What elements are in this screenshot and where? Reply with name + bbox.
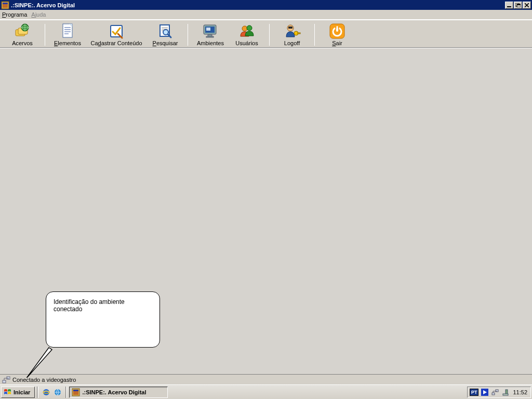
svg-rect-31	[288, 26, 292, 29]
toolbar-label: Cadastrar Conteúdo	[90, 40, 142, 46]
menu-ajuda[interactable]: Ajuda	[31, 11, 46, 18]
toolbar-label: Elementos	[54, 40, 81, 46]
ie-icon[interactable]	[42, 388, 51, 397]
taskbar-task-sinpe[interactable]: .:SINPE:. Acervo Digital	[69, 387, 168, 398]
app-icon	[72, 388, 80, 396]
task-label: .:SINPE:. Acervo Digital	[82, 389, 146, 395]
tray-play-icon[interactable]	[481, 388, 489, 396]
app-icon	[1, 1, 9, 9]
clock[interactable]: 11:52	[512, 389, 527, 395]
start-button[interactable]: Iniciar	[1, 387, 35, 398]
svg-marker-39	[26, 348, 52, 378]
svg-rect-2	[3, 3, 8, 4]
document-icon	[59, 22, 76, 40]
toolbar-separator	[269, 24, 270, 46]
toolbar-separator	[45, 24, 45, 46]
logoff-user-key-icon	[283, 22, 301, 40]
svg-rect-50	[492, 393, 495, 395]
toolbar-label: Usuários	[235, 40, 258, 46]
taskbar: Iniciar .:SINPE:. Acervo Digital PT	[0, 384, 532, 399]
minimize-button[interactable]	[505, 2, 513, 9]
toolbar-pesquisar[interactable]: Pesquisar	[147, 21, 183, 46]
toolbar-acervos[interactable]: Acervos	[4, 21, 41, 46]
window-controls	[504, 0, 532, 10]
toolbar-cadastrar-conteudo[interactable]: Cadastrar Conteúdo	[86, 21, 147, 46]
svg-rect-38	[337, 26, 338, 31]
annotation-tail	[25, 347, 56, 378]
system-tray: PT 11:52	[467, 387, 531, 398]
toolbar-logoff[interactable]: Logoff	[274, 21, 310, 46]
svg-rect-3	[507, 6, 511, 7]
browser-icon[interactable]	[53, 388, 62, 397]
start-label: Iniciar	[14, 389, 30, 395]
toolbar-label: Pesquisar	[153, 40, 178, 46]
toolbar-elementos[interactable]: Elementos	[49, 21, 86, 46]
power-icon	[328, 22, 346, 40]
tray-network-icon[interactable]	[491, 388, 499, 396]
folders-globe-icon	[14, 22, 31, 40]
client-area: Identificação do ambiente conectado	[0, 48, 532, 374]
monitor-icon	[202, 22, 219, 40]
register-check-icon	[108, 22, 125, 40]
svg-point-29	[247, 25, 252, 31]
toolbar-label: Ambientes	[197, 40, 224, 46]
toolbar: Acervos Elementos	[0, 20, 532, 48]
svg-rect-25	[206, 28, 210, 31]
windows-flag-icon	[4, 388, 12, 396]
toolbar-ambientes[interactable]: Ambientes	[192, 21, 229, 46]
svg-rect-10	[63, 24, 72, 37]
svg-rect-40	[3, 380, 6, 383]
svg-rect-6	[517, 4, 521, 5]
svg-line-22	[168, 34, 171, 37]
users-icon	[238, 22, 256, 40]
toolbar-separator	[314, 24, 315, 46]
svg-rect-33	[298, 33, 300, 34]
toolbar-label: Sair	[332, 40, 342, 46]
language-indicator[interactable]: PT	[470, 389, 479, 396]
search-document-icon	[156, 22, 174, 40]
svg-rect-47	[73, 390, 78, 391]
toolbar-sair[interactable]: Sair	[319, 21, 355, 46]
connection-icon	[2, 376, 10, 384]
toolbar-usuarios[interactable]: Usuários	[229, 21, 265, 46]
menu-bar: Programa Ajuda	[0, 10, 532, 20]
svg-rect-53	[503, 394, 508, 395]
taskbar-divider	[65, 387, 67, 398]
annotation-text: Identificação do ambiente conectado	[54, 298, 125, 313]
title-bar: .:SINPE:. Acervo Digital	[0, 0, 532, 10]
menu-programa[interactable]: Programa	[2, 11, 27, 18]
toolbar-separator	[188, 24, 188, 46]
svg-point-28	[242, 26, 247, 31]
svg-rect-27	[206, 36, 214, 37]
window-title: .:SINPE:. Acervo Digital	[11, 2, 504, 8]
status-bar: Conectado a videogastro	[0, 374, 532, 384]
tray-volume-icon[interactable]	[501, 388, 510, 396]
taskbar-divider	[37, 387, 38, 398]
maximize-button[interactable]	[514, 2, 522, 9]
toolbar-label: Acervos	[12, 40, 33, 46]
quick-launch	[39, 388, 64, 397]
annotation-callout: Identificação do ambiente conectado	[46, 291, 160, 348]
close-button[interactable]	[523, 2, 531, 9]
toolbar-label: Logoff	[284, 40, 300, 46]
